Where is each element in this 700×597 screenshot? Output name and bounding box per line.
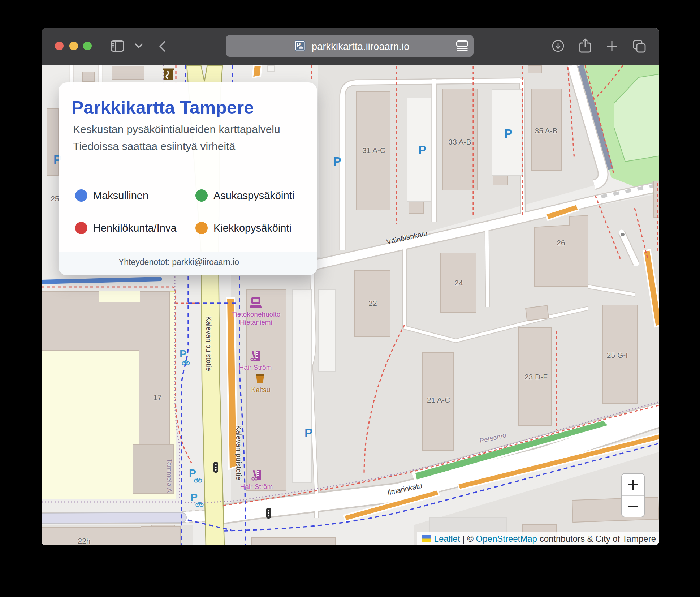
- svg-text:P: P: [333, 154, 341, 168]
- svg-text:24: 24: [454, 279, 463, 287]
- svg-text:P: P: [418, 143, 427, 156]
- svg-text:P: P: [304, 426, 313, 439]
- svg-text:P: P: [189, 467, 196, 479]
- svg-text:21 A-C: 21 A-C: [427, 396, 450, 404]
- svg-text:P: P: [504, 126, 513, 140]
- svg-text:Hietaniemi: Hietaniemi: [240, 318, 272, 326]
- svg-text:Tammela A: Tammela A: [166, 459, 173, 493]
- svg-text:Kalevan puistotie: Kalevan puistotie: [235, 425, 243, 480]
- svg-text:P: P: [180, 348, 187, 360]
- svg-text:P: P: [190, 491, 198, 503]
- svg-text:Hair Ström: Hair Ström: [239, 364, 272, 371]
- svg-text:23 D-F: 23 D-F: [524, 373, 548, 381]
- svg-text:35 A-B: 35 A-B: [535, 126, 557, 135]
- svg-text:26: 26: [557, 239, 565, 247]
- svg-text:Kalevan puistotie: Kalevan puistotie: [205, 316, 213, 371]
- svg-text:22: 22: [368, 299, 377, 307]
- svg-text:Hair Ström: Hair Ström: [240, 483, 273, 490]
- svg-text:Kaltsu: Kaltsu: [251, 386, 271, 394]
- svg-text:17: 17: [153, 393, 161, 401]
- svg-text:33 A-B: 33 A-B: [448, 138, 471, 146]
- svg-text:25 G-I: 25 G-I: [607, 351, 628, 359]
- svg-text:22h: 22h: [78, 537, 90, 545]
- svg-text:25: 25: [51, 194, 59, 203]
- svg-text:Tietokonehuolto: Tietokonehuolto: [232, 310, 281, 318]
- svg-text:31 A-C: 31 A-C: [362, 146, 385, 154]
